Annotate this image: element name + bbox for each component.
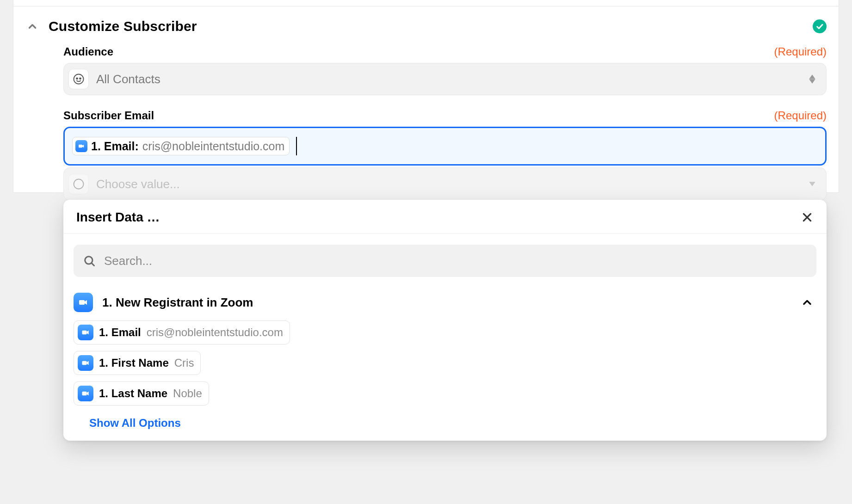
svg-rect-5 xyxy=(79,145,82,148)
option-last-name[interactable]: 1. Last Name Noble xyxy=(74,381,209,406)
chevron-up-icon xyxy=(25,19,39,33)
hidden-select[interactable]: Choose value... xyxy=(63,167,827,201)
option-email[interactable]: 1. Email cris@nobleintentstudio.com xyxy=(74,320,290,344)
up-down-icon xyxy=(809,74,816,84)
svg-line-11 xyxy=(92,263,94,265)
field-audience: Audience (Required) All Contac xyxy=(63,45,827,95)
pill-value: cris@nobleintentstudio.com xyxy=(142,139,284,153)
data-group-header[interactable]: 1. New Registrant in Zoom xyxy=(63,286,827,317)
svg-rect-15 xyxy=(82,392,87,395)
audience-select[interactable]: All Contacts xyxy=(63,63,827,95)
search-icon xyxy=(83,254,96,267)
svg-marker-7 xyxy=(809,182,815,186)
subscriber-email-input[interactable]: 1. Email: cris@nobleintentstudio.com xyxy=(63,127,827,166)
mailchimp-icon xyxy=(68,69,89,89)
audience-required: (Required) xyxy=(774,45,827,58)
svg-rect-14 xyxy=(82,361,87,365)
zoom-icon xyxy=(78,325,93,340)
pill-prefix: 1. Email: xyxy=(91,139,139,153)
option-label: 1. Last Name xyxy=(99,387,167,400)
close-icon[interactable] xyxy=(801,211,814,224)
field-subscriber-email: Subscriber Email (Required) 1. Email: cr… xyxy=(63,109,827,166)
subscriber-email-label: Subscriber Email xyxy=(63,109,154,122)
option-sample: cris@nobleintentstudio.com xyxy=(147,326,283,339)
popover-search[interactable] xyxy=(74,245,816,277)
option-label: 1. Email xyxy=(99,326,141,339)
audience-label: Audience xyxy=(63,45,113,58)
svg-rect-13 xyxy=(82,331,87,334)
zoom-icon xyxy=(75,140,87,152)
insert-data-popover: Insert Data … 1. xyxy=(63,200,827,441)
group-title: 1. New Registrant in Zoom xyxy=(102,295,253,310)
option-first-name[interactable]: 1. First Name Cris xyxy=(74,351,201,375)
svg-point-6 xyxy=(74,179,84,189)
hidden-select-value: Choose value... xyxy=(96,177,180,191)
option-sample: Cris xyxy=(174,356,194,369)
option-sample: Noble xyxy=(173,387,202,400)
section-title: Customize Subscriber xyxy=(49,18,197,34)
svg-marker-3 xyxy=(809,74,815,79)
option-label: 1. First Name xyxy=(99,356,169,369)
show-all-options-link[interactable]: Show All Options xyxy=(63,410,827,430)
zoom-icon xyxy=(78,386,93,401)
svg-point-2 xyxy=(80,78,81,79)
search-input[interactable] xyxy=(104,254,807,268)
audience-value: All Contacts xyxy=(96,72,161,86)
popover-title: Insert Data … xyxy=(76,210,160,225)
chevron-up-icon xyxy=(801,296,814,309)
down-icon xyxy=(809,182,816,186)
svg-point-1 xyxy=(76,78,78,79)
svg-marker-4 xyxy=(809,79,815,83)
svg-point-0 xyxy=(74,74,84,84)
zoom-icon xyxy=(78,355,93,371)
mailchimp-icon xyxy=(68,174,89,194)
subscriber-email-required: (Required) xyxy=(774,109,827,122)
section-header[interactable]: Customize Subscriber xyxy=(13,18,839,45)
text-cursor xyxy=(296,137,297,155)
status-complete-icon xyxy=(813,19,827,33)
zoom-icon xyxy=(74,293,93,312)
svg-rect-12 xyxy=(79,300,85,305)
email-data-pill[interactable]: 1. Email: cris@nobleintentstudio.com xyxy=(72,137,290,155)
